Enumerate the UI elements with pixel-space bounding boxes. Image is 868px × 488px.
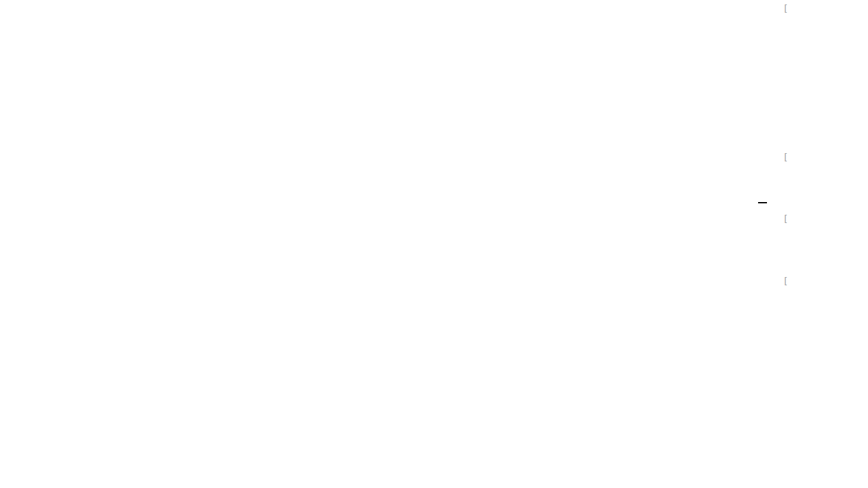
chart-canvas[interactable] <box>0 0 868 488</box>
pane-bracket-price[interactable]: [ <box>783 4 788 13</box>
pane-bracket-stoch[interactable]: [ <box>783 276 788 285</box>
volume-unit-box <box>758 202 767 203</box>
chart-application-window: { "header": { "row1": [ {"x": -5, "text"… <box>0 0 868 488</box>
pane-bracket-volume[interactable]: [ <box>783 152 788 161</box>
pane-bracket-macd[interactable]: [ <box>783 214 788 223</box>
